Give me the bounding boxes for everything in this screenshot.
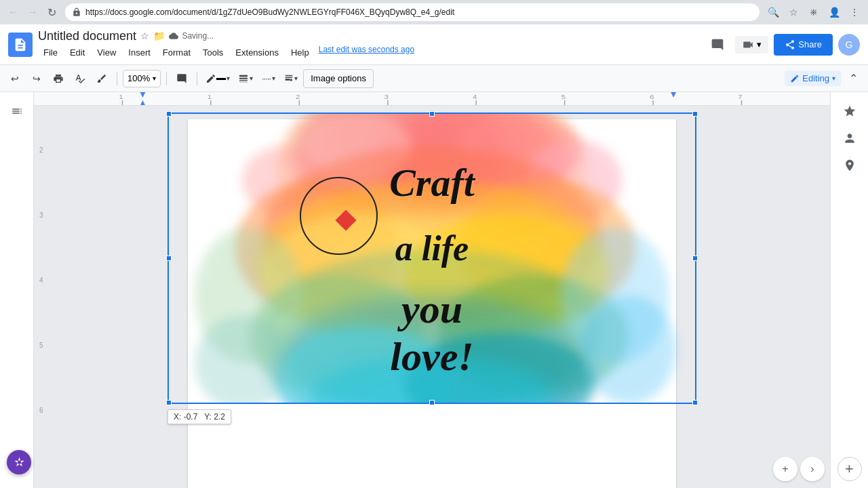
comment-toolbar-button[interactable] xyxy=(172,69,191,88)
saving-indicator: Saving... xyxy=(169,31,214,41)
comment-toolbar-icon xyxy=(176,73,187,84)
forward-button[interactable]: → xyxy=(24,4,41,20)
y-markers: 2 3 4 5 6 xyxy=(39,146,43,414)
svg-text:1: 1 xyxy=(208,94,212,100)
svg-text:3: 3 xyxy=(384,94,389,100)
svg-text:5: 5 xyxy=(561,94,566,100)
doc-outline-icon xyxy=(11,105,23,117)
a-life-text: a life xyxy=(395,231,469,266)
text-overlay: Craft a life you love! xyxy=(167,113,696,404)
svg-text:7: 7 xyxy=(738,94,743,100)
line-weight-arrow: ▾ xyxy=(250,75,253,82)
menu-format[interactable]: Format xyxy=(157,45,196,60)
print-icon xyxy=(53,73,64,84)
sparkle-fab[interactable]: ✫ xyxy=(7,450,31,474)
address-bar[interactable]: https://docs.google.com/document/d/1gZ7d… xyxy=(65,3,760,21)
menu-extensions[interactable]: Extensions xyxy=(230,45,284,60)
nav-right-button[interactable]: › xyxy=(800,457,825,481)
craft-text: Craft xyxy=(389,163,475,203)
menu-view[interactable]: View xyxy=(92,45,121,60)
menu-file[interactable]: File xyxy=(38,45,63,60)
menu-insert[interactable]: Insert xyxy=(123,45,156,60)
collapse-toolbar-button[interactable]: ⌃ xyxy=(844,69,863,88)
ruler-svg: 1 1 2 3 4 5 6 7 xyxy=(34,92,830,106)
undo-button[interactable]: ↩ xyxy=(5,69,24,88)
meet-icon xyxy=(742,39,754,51)
extensions-icon[interactable]: ⛯ xyxy=(806,4,822,20)
last-edit-text[interactable]: Last edit was seconds ago xyxy=(319,45,414,60)
image-options-button[interactable]: Image options xyxy=(303,69,374,88)
line-weight-button[interactable]: ▾ xyxy=(235,69,256,88)
line-weight-icon xyxy=(238,73,249,84)
zoom-icon[interactable]: 🔍 xyxy=(765,4,781,20)
sparkle-icon xyxy=(843,104,856,118)
comment-button[interactable] xyxy=(705,33,730,57)
paint-icon xyxy=(96,73,107,84)
document-page: Craft a life you love! xyxy=(188,119,676,488)
ruler-area: 1 1 2 3 4 5 6 7 2 3 xyxy=(34,92,830,488)
docs-menu: File Edit View Insert Format Tools Exten… xyxy=(38,45,700,60)
browser-icons: 🔍 ☆ ⛯ 👤 ⋮ xyxy=(765,4,863,20)
zoom-dropdown-icon: ▾ xyxy=(153,75,156,82)
coordinates-tooltip: X: -0.7 Y: 2.2 xyxy=(167,409,231,424)
menu-edit[interactable]: Edit xyxy=(64,45,90,60)
svg-text:4: 4 xyxy=(473,94,477,100)
header-right: ▾ Share G xyxy=(705,33,860,57)
docs-logo-icon xyxy=(13,37,28,52)
add-panel-button[interactable]: + xyxy=(837,457,862,481)
paint-format-button[interactable] xyxy=(92,69,111,88)
color-dropdown-arrow: ▾ xyxy=(226,75,230,82)
selected-image-wrapper: Craft a life you love! xyxy=(167,113,696,404)
document-title[interactable]: Untitled document xyxy=(38,29,136,43)
line-dash-icon xyxy=(261,73,272,84)
browser-bar: ← → ↻ https://docs.google.com/document/d… xyxy=(0,0,868,24)
docs-logo[interactable] xyxy=(8,33,33,57)
avatar[interactable]: G xyxy=(838,34,860,56)
sep3 xyxy=(197,72,197,85)
editing-pencil-icon xyxy=(790,74,800,83)
line-dash-button[interactable]: ▾ xyxy=(258,69,278,88)
share-button[interactable]: Share xyxy=(774,34,833,56)
profile-icon[interactable]: 👤 xyxy=(826,4,842,20)
menu-help[interactable]: Help xyxy=(285,45,315,60)
redo-button[interactable]: ↪ xyxy=(27,69,46,88)
docs-header: Untitled document ☆ 📁 Saving... File Edi… xyxy=(0,24,868,65)
nav-up-button[interactable]: + xyxy=(773,457,797,481)
border-color-button[interactable]: ▾ xyxy=(203,69,233,88)
maps-icon[interactable] xyxy=(837,153,862,178)
contacts-icon[interactable] xyxy=(837,126,862,150)
star-icon[interactable]: ☆ xyxy=(140,30,149,41)
right-panel: + xyxy=(830,92,868,488)
move-icon[interactable]: 📁 xyxy=(153,30,165,41)
wrap-button[interactable]: ▾ xyxy=(281,69,300,88)
bookmark-icon[interactable]: ☆ xyxy=(785,4,802,20)
left-sidebar xyxy=(0,92,34,488)
docs-title-area: Untitled document ☆ 📁 Saving... File Edi… xyxy=(38,29,700,60)
meet-button[interactable]: ▾ xyxy=(735,36,768,54)
page-area: 1 1 2 3 4 5 6 7 2 3 xyxy=(0,92,868,488)
menu-tools[interactable]: Tools xyxy=(197,45,229,60)
sep2 xyxy=(166,72,167,85)
outline-icon[interactable] xyxy=(5,99,29,123)
doc-scroll[interactable]: 2 3 4 5 6 xyxy=(34,106,830,488)
svg-text:6: 6 xyxy=(650,94,654,100)
reload-button[interactable]: ↻ xyxy=(43,4,60,20)
url-text: https://docs.google.com/document/d/1gZ7d… xyxy=(85,7,753,17)
sep1 xyxy=(117,72,117,85)
back-button[interactable]: ← xyxy=(5,4,22,20)
more-icon[interactable]: ⋮ xyxy=(846,4,863,20)
zoom-selector[interactable]: 100% ▾ xyxy=(123,70,161,87)
editing-dropdown[interactable]: Editing ▾ xyxy=(785,70,841,86)
svg-text:1: 1 xyxy=(119,94,123,100)
image-container[interactable]: Craft a life you love! xyxy=(188,113,676,404)
bottom-right-nav: + › xyxy=(773,457,825,481)
wrap-icon xyxy=(283,73,294,84)
spell-check-button[interactable] xyxy=(71,69,90,88)
print-button[interactable] xyxy=(49,69,68,88)
toolbar: ↩ ↪ 100% ▾ ▾ ▾ ▾ ▾ Image options Editing xyxy=(0,65,868,92)
color-bar xyxy=(216,78,226,80)
smart-compose-icon[interactable] xyxy=(837,99,862,123)
editing-dropdown-arrow: ▾ xyxy=(832,75,835,82)
cloud-icon xyxy=(169,31,178,41)
svg-text:2: 2 xyxy=(296,94,300,100)
